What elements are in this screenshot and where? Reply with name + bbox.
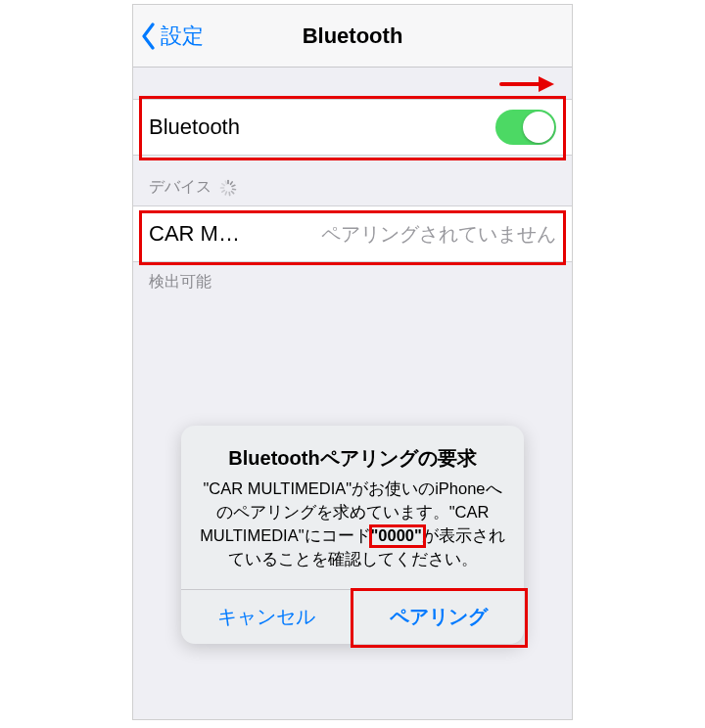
svg-line-9 <box>222 190 224 192</box>
chevron-left-icon <box>141 23 157 50</box>
toggle-knob <box>523 112 554 143</box>
svg-line-8 <box>225 192 226 195</box>
device-row[interactable]: CAR M… ペアリングされていません <box>133 205 572 262</box>
svg-line-4 <box>232 185 235 186</box>
svg-line-3 <box>231 181 233 183</box>
alert-body: Bluetoothペアリングの要求 "CAR MULTIMEDIA"がお使いのi… <box>181 426 524 589</box>
pairing-alert: Bluetoothペアリングの要求 "CAR MULTIMEDIA"がお使いのi… <box>181 426 524 644</box>
arrow-right-icon <box>499 73 554 95</box>
alert-title: Bluetoothペアリングの要求 <box>199 445 506 472</box>
navbar: 設定 Bluetooth <box>133 5 572 68</box>
spinner-icon <box>219 179 237 197</box>
svg-line-6 <box>232 191 234 193</box>
bluetooth-toggle-row: Bluetooth <box>133 99 572 156</box>
svg-line-5 <box>233 189 236 190</box>
discoverable-label: 検出可能 <box>133 262 572 293</box>
alert-message: "CAR MULTIMEDIA"がお使いのiPhoneへのペアリングを求めていま… <box>199 478 506 571</box>
annotation-arrow-row <box>133 68 572 99</box>
device-status: ペアリングされていません <box>321 221 556 248</box>
phone-frame: 設定 Bluetooth Bluetooth デバイス <box>132 4 573 720</box>
back-button[interactable]: 設定 <box>133 22 204 51</box>
bluetooth-toggle[interactable] <box>495 110 556 145</box>
pair-button[interactable]: ペアリング <box>352 590 525 644</box>
bluetooth-label: Bluetooth <box>149 114 240 140</box>
svg-line-12 <box>225 181 226 184</box>
svg-line-11 <box>222 183 224 185</box>
svg-line-7 <box>229 192 230 195</box>
back-label: 設定 <box>161 22 204 51</box>
devices-section-header: デバイス <box>133 156 572 205</box>
svg-marker-1 <box>539 76 554 92</box>
alert-buttons: キャンセル ペアリング <box>181 589 524 644</box>
cancel-button[interactable]: キャンセル <box>181 590 352 644</box>
device-name: CAR M… <box>149 221 240 247</box>
devices-header-label: デバイス <box>149 177 212 198</box>
alert-code: "0000" <box>371 526 422 544</box>
